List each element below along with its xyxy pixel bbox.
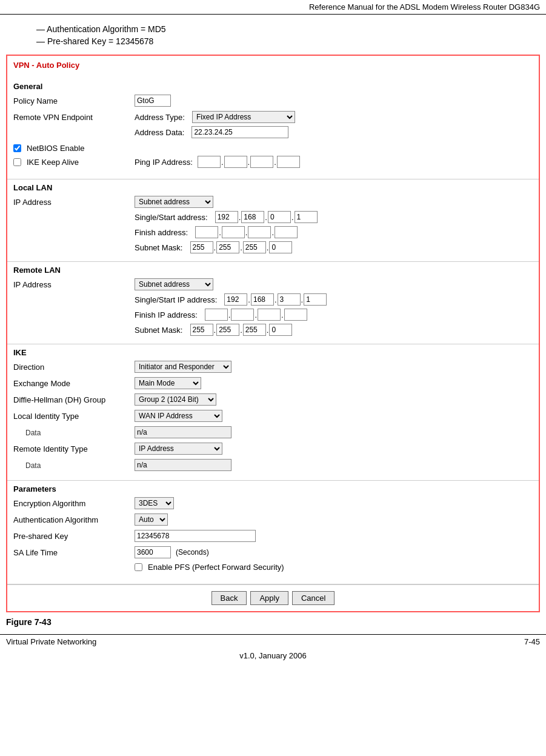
exchange-mode-field: Main Mode Aggressive Mode: [135, 377, 533, 389]
ike-direction-label: Direction: [13, 361, 135, 372]
remote-identity-data-input[interactable]: [135, 459, 231, 471]
remote-finish-ip-4[interactable]: [284, 309, 307, 321]
policy-name-field-col: [135, 95, 533, 107]
local-finish-ip-3[interactable]: [248, 226, 271, 238]
sa-life-input[interactable]: [135, 546, 171, 558]
ping-ip-2[interactable]: [224, 156, 247, 168]
remote-vpn-field-col: Address Type: Fixed IP Address FQDN Dyna…: [135, 111, 533, 138]
sa-life-field: (Seconds): [135, 546, 533, 558]
local-mask-2[interactable]: [216, 241, 239, 253]
local-mask-1[interactable]: [190, 241, 213, 253]
remote-vpn-label: Remote VPN Endpoint: [13, 111, 135, 122]
section-parameters: Encryption Algorithm 3DES AES DES Authen…: [7, 495, 539, 584]
remote-start-ip-4[interactable]: [304, 293, 327, 306]
ike-direction-field: Initiator and Responder Initiator Only R…: [135, 361, 533, 373]
exchange-mode-select[interactable]: Main Mode Aggressive Mode: [135, 377, 201, 389]
ping-ip-group: . . .: [198, 156, 300, 168]
address-data-label: Address Data:: [135, 128, 184, 137]
ike-direction-row: Direction Initiator and Responder Initia…: [13, 361, 533, 374]
local-mask-4[interactable]: [269, 241, 292, 253]
local-identity-data-input[interactable]: [135, 426, 231, 438]
remote-subnet-mask-group: . . .: [190, 324, 293, 336]
encryption-field: 3DES AES DES: [135, 497, 533, 509]
local-identity-select[interactable]: WAN IP Address FQDN Email: [135, 410, 222, 422]
local-finish-label: Finish address:: [135, 228, 188, 237]
section-local-lan-header: Local LAN: [7, 179, 539, 193]
remote-mask-2[interactable]: [216, 324, 239, 336]
local-finish-ip-1[interactable]: [195, 226, 218, 238]
dh-group-field: Group 2 (1024 Bit) Group 1 (768 Bit): [135, 393, 533, 406]
section-ike: Direction Initiator and Responder Initia…: [7, 358, 539, 481]
local-finish-ip-2[interactable]: [222, 226, 245, 238]
remote-single-start-label: Single/Start IP address:: [135, 295, 217, 304]
remote-finish-ip-2[interactable]: [231, 309, 254, 321]
footer-left: Virtual Private Networking: [6, 637, 96, 646]
dh-group-row: Diffie-Hellman (DH) Group Group 2 (1024 …: [13, 393, 533, 407]
back-button[interactable]: Back: [211, 591, 247, 605]
local-start-ip-4[interactable]: [295, 211, 318, 223]
local-ip-row: IP Address Subnet address Single address…: [13, 196, 533, 253]
psk-label: Pre-shared Key: [13, 530, 135, 541]
address-data-input[interactable]: [191, 126, 288, 138]
remote-mask-1[interactable]: [190, 324, 213, 336]
remote-mask-4[interactable]: [269, 324, 292, 336]
section-general: Policy Name Remote VPN Endpoint Address …: [7, 92, 539, 179]
section-params-header: Parameters: [7, 481, 539, 495]
local-identity-data-field: [135, 426, 533, 438]
pfs-row: Enable PFS (Perfect Forward Security): [13, 563, 533, 576]
remote-identity-data-indent: Data: [13, 459, 135, 470]
section-ike-header: IKE: [7, 344, 539, 358]
ping-ip-3[interactable]: [250, 156, 273, 168]
page-footer-nav: Virtual Private Networking 7-45: [0, 634, 546, 649]
local-mask-3[interactable]: [243, 241, 266, 253]
local-start-ip-1[interactable]: [215, 211, 238, 223]
remote-start-ip-3[interactable]: [278, 293, 301, 306]
local-finish-ip-4[interactable]: [275, 226, 298, 238]
local-start-ip-2[interactable]: [241, 211, 264, 223]
remote-start-ip-2[interactable]: [251, 293, 274, 306]
apply-button[interactable]: Apply: [250, 591, 288, 605]
pfs-checkbox[interactable]: [135, 563, 142, 571]
dh-group-select[interactable]: Group 2 (1024 Bit) Group 1 (768 Bit): [135, 393, 216, 406]
remote-single-start-group: . . .: [224, 293, 327, 306]
local-identity-data-indent: Data: [13, 426, 135, 437]
local-subnet-mask-group: . . .: [190, 241, 293, 253]
remote-identity-select[interactable]: IP Address FQDN Email: [135, 443, 222, 455]
intro-line1: — Authentication Algorithm = MD5: [36, 24, 528, 34]
encryption-select[interactable]: 3DES AES DES: [135, 497, 174, 509]
remote-identity-data-row: Data: [13, 459, 533, 472]
ping-ip-1[interactable]: [198, 156, 221, 168]
remote-subnet-select[interactable]: Subnet address Single address Range addr…: [135, 278, 213, 290]
policy-name-input[interactable]: [135, 95, 171, 107]
policy-name-label: Policy Name: [13, 95, 135, 105]
exchange-mode-row: Exchange Mode Main Mode Aggressive Mode: [13, 377, 533, 390]
sa-life-unit: (Seconds): [176, 548, 209, 557]
local-subnet-mask-label: Subnet Mask:: [135, 243, 183, 252]
encryption-row: Encryption Algorithm 3DES AES DES: [13, 497, 533, 510]
auth-alg-select[interactable]: Auto MD5 SHA-1: [135, 513, 168, 526]
local-identity-label: Local Identity Type: [13, 410, 135, 421]
remote-finish-ip-1[interactable]: [205, 309, 228, 321]
address-type-select[interactable]: Fixed IP Address FQDN Dynamic IP: [192, 111, 295, 123]
pfs-field: Enable PFS (Perfect Forward Security): [135, 563, 533, 574]
netbios-checkbox[interactable]: [13, 144, 21, 152]
footer-right: 7-45: [524, 637, 540, 646]
section-local-lan: IP Address Subnet address Single address…: [7, 193, 539, 262]
local-start-ip-3[interactable]: [268, 211, 291, 223]
ping-ip-4[interactable]: [277, 156, 300, 168]
remote-start-ip-1[interactable]: [224, 293, 247, 306]
ike-keep-alive-checkbox[interactable]: [13, 158, 21, 166]
cancel-button[interactable]: Cancel: [292, 591, 335, 605]
local-single-start-group: . . .: [215, 211, 318, 223]
local-identity-row: Local Identity Type WAN IP Address FQDN …: [13, 410, 533, 423]
ike-direction-select[interactable]: Initiator and Responder Initiator Only R…: [135, 361, 231, 373]
local-subnet-select[interactable]: Subnet address Single address Range addr…: [135, 196, 213, 208]
psk-input[interactable]: [135, 530, 256, 542]
remote-mask-3[interactable]: [243, 324, 266, 336]
remote-finish-ip-3[interactable]: [258, 309, 281, 321]
local-ip-label: IP Address: [13, 196, 135, 207]
encryption-label: Encryption Algorithm: [13, 497, 135, 508]
header-title: Reference Manual for the ADSL Modem Wire…: [309, 2, 540, 12]
remote-finish-group: . . .: [205, 309, 307, 321]
ike-keep-alive-row: IKE Keep Alive Ping IP Address: . . .: [13, 155, 533, 169]
